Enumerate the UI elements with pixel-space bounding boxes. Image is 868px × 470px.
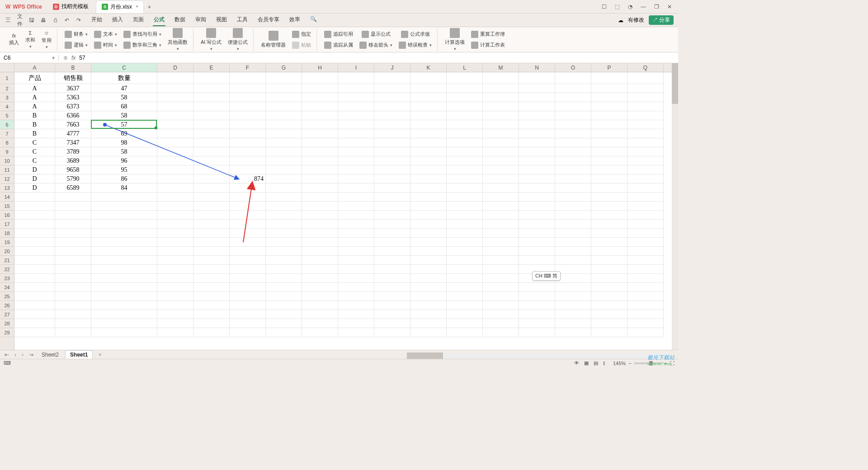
cell-N21[interactable] [519, 256, 555, 265]
cell-M19[interactable] [483, 238, 519, 247]
cell-C16[interactable] [91, 211, 157, 220]
row-header-28[interactable]: 28 [0, 319, 14, 328]
cell-Q22[interactable] [627, 265, 664, 274]
cell-B8[interactable]: 7347 [55, 138, 91, 147]
row-header-17[interactable]: 17 [0, 220, 14, 229]
cell-J11[interactable] [374, 165, 410, 174]
cell-L18[interactable] [447, 229, 483, 238]
cell-A24[interactable] [14, 283, 55, 292]
cell-F18[interactable] [230, 229, 266, 238]
undo-icon[interactable]: ↶ [63, 17, 71, 24]
cell-O25[interactable] [555, 292, 591, 301]
cell-H18[interactable] [302, 229, 338, 238]
cell-P17[interactable] [591, 220, 627, 229]
cell-G1[interactable] [266, 72, 302, 84]
cell-G20[interactable] [266, 247, 302, 256]
share-button[interactable]: ↗ 分享 [649, 15, 674, 25]
cell-I1[interactable] [338, 72, 374, 84]
formula-input[interactable] [79, 55, 674, 61]
cell-G26[interactable] [266, 301, 302, 310]
cell-K13[interactable] [410, 183, 447, 193]
cell-B1[interactable]: 销售额 [55, 72, 91, 84]
cell-F20[interactable] [230, 247, 266, 256]
cell-O14[interactable] [555, 193, 591, 202]
cell-L4[interactable] [447, 102, 483, 111]
cell-M3[interactable] [483, 93, 519, 102]
cell-D19[interactable] [157, 238, 193, 247]
cell-O6[interactable] [555, 120, 591, 129]
cell-G9[interactable] [266, 147, 302, 156]
cell-I21[interactable] [338, 256, 374, 265]
cell-E6[interactable] [193, 120, 230, 129]
cell-G18[interactable] [266, 229, 302, 238]
cell-P26[interactable] [591, 301, 627, 310]
cell-B3[interactable]: 5363 [55, 93, 91, 102]
row-header-10[interactable]: 10 [0, 156, 14, 165]
cell-Q12[interactable] [627, 174, 664, 183]
cell-A5[interactable]: B [14, 111, 55, 120]
cell-B27[interactable] [55, 310, 91, 319]
cell-I9[interactable] [338, 147, 374, 156]
cell-A20[interactable] [14, 247, 55, 256]
cell-M23[interactable] [483, 274, 519, 283]
cell-F24[interactable] [230, 283, 266, 292]
cell-G16[interactable] [266, 211, 302, 220]
cell-J3[interactable] [374, 93, 410, 102]
win-maximize-button[interactable]: ❐ [654, 4, 659, 10]
cell-L17[interactable] [447, 220, 483, 229]
cell-F1[interactable] [230, 72, 266, 84]
convenient-formula-button[interactable]: 便捷公式 [226, 27, 250, 52]
cell-A13[interactable]: D [14, 183, 55, 193]
redo-icon[interactable]: ↷ [75, 17, 82, 24]
cell-D18[interactable] [157, 229, 193, 238]
cell-M28[interactable] [483, 319, 519, 328]
cell-K28[interactable] [410, 319, 447, 328]
cell-A23[interactable] [14, 274, 55, 283]
cell-P22[interactable] [591, 265, 627, 274]
cell-H23[interactable] [302, 274, 338, 283]
cell-D10[interactable] [157, 156, 193, 165]
cell-K10[interactable] [410, 156, 447, 165]
cell-K6[interactable] [410, 120, 447, 129]
cell-G17[interactable] [266, 220, 302, 229]
col-header-B[interactable]: B [55, 63, 91, 72]
menu-tools[interactable]: 工具 [236, 14, 249, 26]
cell-E8[interactable] [193, 138, 230, 147]
evaluate-formula-button[interactable]: 公式求值 [397, 30, 434, 39]
cell-O23[interactable] [555, 274, 591, 283]
cell-O12[interactable] [555, 174, 591, 183]
calc-sheet-button[interactable]: 计算工作表 [469, 41, 507, 50]
cell-A10[interactable]: C [14, 156, 55, 165]
cell-N13[interactable] [519, 183, 555, 193]
cell-P11[interactable] [591, 165, 627, 174]
cell-A1[interactable]: 产品 [14, 72, 55, 84]
cell-O22[interactable] [555, 265, 591, 274]
cell-D21[interactable] [157, 256, 193, 265]
col-header-K[interactable]: K [410, 63, 447, 72]
insert-function-button[interactable]: fx插入 [7, 32, 21, 47]
eye-icon[interactable]: 👁 [574, 360, 579, 366]
cell-O8[interactable] [555, 138, 591, 147]
cell-E13[interactable] [193, 183, 230, 193]
cell-Q11[interactable] [627, 165, 664, 174]
cell-A16[interactable] [14, 211, 55, 220]
cell-J18[interactable] [374, 229, 410, 238]
cell-Q19[interactable] [627, 238, 664, 247]
cell-B23[interactable] [55, 274, 91, 283]
col-header-H[interactable]: H [302, 63, 338, 72]
cell-O7[interactable] [555, 129, 591, 138]
cell-J27[interactable] [374, 310, 410, 319]
cell-D6[interactable] [157, 120, 193, 129]
cell-D7[interactable] [157, 129, 193, 138]
row-header-12[interactable]: 12 [0, 174, 14, 183]
cell-O9[interactable] [555, 147, 591, 156]
cell-O2[interactable] [555, 84, 591, 93]
cell-Q3[interactable] [627, 93, 664, 102]
cell-K3[interactable] [410, 93, 447, 102]
cell-I8[interactable] [338, 138, 374, 147]
fx-label-icon[interactable]: fx [71, 55, 75, 61]
cell-D16[interactable] [157, 211, 193, 220]
financial-button[interactable]: 财务 [63, 30, 90, 39]
cell-A25[interactable] [14, 292, 55, 301]
cell-A28[interactable] [14, 319, 55, 328]
